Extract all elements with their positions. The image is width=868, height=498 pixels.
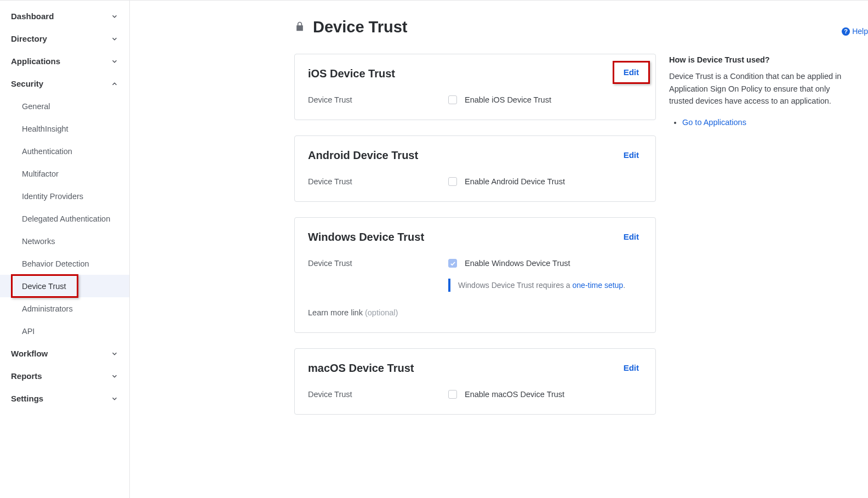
chevron-down-icon	[111, 58, 118, 65]
nav-label: Reports	[11, 371, 42, 381]
nav-applications[interactable]: Applications	[0, 50, 129, 72]
checkbox-label: Enable Windows Device Trust	[465, 259, 570, 268]
chevron-down-icon	[111, 395, 118, 403]
setup-note: Windows Device Trust requires a one-time…	[448, 279, 642, 292]
card-macos-device-trust: macOS Device Trust Edit Device Trust Ena…	[294, 348, 656, 415]
row-label: Device Trust	[308, 259, 448, 268]
nav-security[interactable]: Security	[0, 72, 129, 95]
nav-label: Workflow	[11, 349, 48, 358]
chevron-down-icon	[111, 372, 118, 380]
nav-security-networks[interactable]: Networks	[0, 230, 129, 252]
nav-settings[interactable]: Settings	[0, 387, 129, 410]
checkbox-unchecked[interactable]	[448, 177, 457, 186]
card-title: macOS Device Trust	[308, 362, 414, 375]
nav-security-healthinsight[interactable]: HealthInsight	[0, 117, 129, 140]
row-label: Device Trust	[308, 390, 448, 399]
note-suffix: .	[623, 281, 625, 290]
card-title: Windows Device Trust	[308, 231, 424, 244]
nav-security-multifactor[interactable]: Multifactor	[0, 162, 129, 185]
sidebar: Dashboard Directory Applications Securit…	[0, 1, 130, 498]
nav-security-api[interactable]: API	[0, 320, 129, 342]
nav-sub-label: HealthInsight	[22, 125, 68, 133]
nav-sub-label: Device Trust	[22, 282, 66, 291]
nav-security-identity-providers[interactable]: Identity Providers	[0, 185, 129, 207]
info-aside: How is Device Trust used? Device Trust i…	[669, 54, 855, 128]
edit-button[interactable]: Edit	[620, 231, 642, 242]
nav-label: Dashboard	[11, 12, 54, 21]
nav-security-general[interactable]: General	[0, 95, 129, 117]
row-label: Device Trust	[308, 95, 448, 104]
chevron-up-icon	[111, 80, 118, 88]
go-to-applications-link[interactable]: Go to Applications	[682, 118, 746, 127]
nav-security-authentication[interactable]: Authentication	[0, 140, 129, 162]
nav-sub-label: Authentication	[22, 147, 72, 156]
nav-dashboard[interactable]: Dashboard	[0, 5, 129, 27]
one-time-setup-link[interactable]: one-time setup	[573, 281, 624, 290]
page-title: Device Trust	[313, 18, 407, 36]
nav-security-device-trust[interactable]: Device Trust	[0, 275, 129, 297]
nav-sub-label: General	[22, 102, 50, 111]
checkbox-unchecked[interactable]	[448, 390, 457, 399]
optional-label: (optional)	[365, 308, 398, 317]
cards-column: iOS Device Trust Edit Device Trust Enabl…	[294, 54, 656, 430]
checkbox-label: Enable macOS Device Trust	[465, 390, 564, 399]
edit-button[interactable]: Edit	[620, 362, 642, 374]
nav-security-behavior-detection[interactable]: Behavior Detection	[0, 252, 129, 275]
chevron-down-icon	[111, 13, 118, 20]
aside-body: Device Trust is a Condition that can be …	[669, 70, 849, 107]
card-title: Android Device Trust	[308, 149, 418, 162]
checkbox-checked[interactable]	[448, 259, 457, 268]
aside-heading: How is Device Trust used?	[669, 54, 849, 66]
card-title: iOS Device Trust	[308, 67, 395, 80]
card-ios-device-trust: iOS Device Trust Edit Device Trust Enabl…	[294, 54, 656, 120]
learn-more-row: Learn more link (optional)	[308, 308, 642, 317]
nav-sub-label: Identity Providers	[22, 192, 83, 201]
nav-sub-label: Delegated Authentication	[22, 214, 110, 223]
page-header: Device Trust	[294, 18, 855, 36]
edit-button[interactable]: Edit	[620, 149, 642, 161]
nav-label: Applications	[11, 56, 60, 66]
nav-security-administrators[interactable]: Administrators	[0, 297, 129, 320]
card-android-device-trust: Android Device Trust Edit Device Trust E…	[294, 135, 656, 202]
nav-sub-label: API	[22, 327, 35, 336]
nav-sub-label: Networks	[22, 237, 55, 246]
help-link[interactable]: ? Help	[842, 27, 868, 36]
nav-label: Security	[11, 79, 43, 88]
nav-reports[interactable]: Reports	[0, 365, 129, 387]
chevron-down-icon	[111, 350, 118, 358]
nav-directory[interactable]: Directory	[0, 27, 129, 50]
nav-workflow[interactable]: Workflow	[0, 342, 129, 365]
nav-label: Settings	[11, 394, 43, 403]
nav-label: Directory	[11, 34, 47, 43]
nav-sub-label: Multifactor	[22, 169, 59, 178]
card-windows-device-trust: Windows Device Trust Edit Device Trust E…	[294, 217, 656, 333]
note-text: Windows Device Trust requires a	[458, 281, 573, 290]
checkbox-label: Enable iOS Device Trust	[465, 95, 551, 104]
nav-sub-label: Administrators	[22, 304, 73, 313]
chevron-down-icon	[111, 35, 118, 43]
lock-icon	[294, 20, 305, 35]
edit-button[interactable]: Edit	[620, 66, 642, 78]
nav-security-delegated-authentication[interactable]: Delegated Authentication	[0, 207, 129, 230]
help-icon: ?	[842, 27, 850, 36]
row-label: Device Trust	[308, 177, 448, 186]
main-content: ? Help Device Trust iOS Device Trust Edi…	[130, 1, 868, 498]
checkbox-unchecked[interactable]	[448, 95, 457, 104]
help-label: Help	[852, 27, 868, 36]
checkbox-label: Enable Android Device Trust	[465, 177, 565, 186]
learn-more-label: Learn more link	[308, 308, 365, 317]
nav-sub-label: Behavior Detection	[22, 259, 89, 268]
